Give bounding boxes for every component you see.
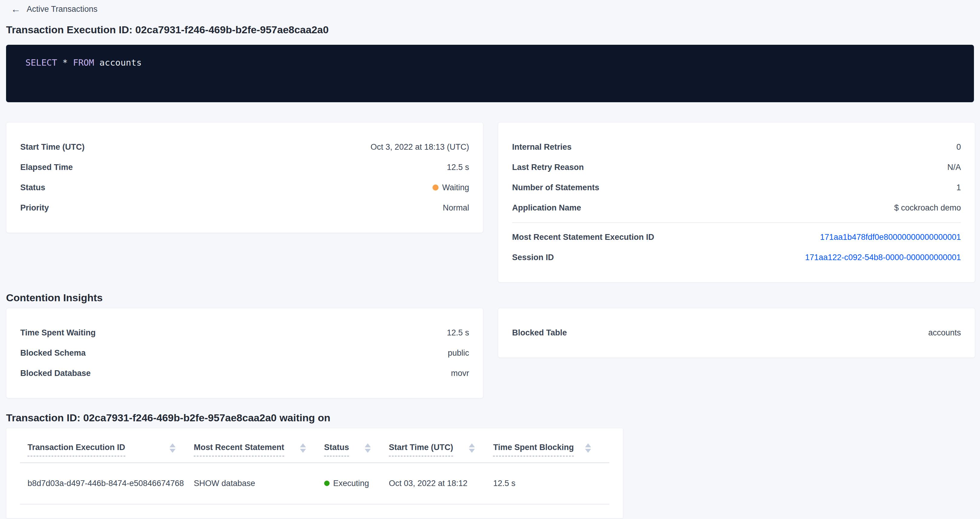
start-time-value: Oct 3, 2022 at 18:13 (UTC) — [371, 143, 469, 152]
time-spent-waiting-row: Time Spent Waiting 12.5 s — [20, 323, 469, 343]
sql-keyword: SELECT — [25, 57, 57, 68]
sql-table-name: accounts — [99, 57, 142, 68]
last-retry-reason-label: Last Retry Reason — [512, 163, 584, 172]
sort-icon[interactable] — [170, 443, 175, 453]
elapsed-time-value: 12.5 s — [447, 163, 469, 172]
sort-ascending-icon — [469, 443, 475, 447]
column-header-most-recent-statement[interactable]: Most Recent Statement — [194, 443, 324, 463]
sort-ascending-icon — [365, 443, 371, 447]
start-time-row: Start Time (UTC) Oct 3, 2022 at 18:13 (U… — [20, 137, 469, 157]
sql-statement: SELECT * FROM accounts — [25, 57, 955, 68]
blocked-table-value: accounts — [928, 328, 961, 338]
status-text: Waiting — [442, 183, 469, 192]
status-row: Status Waiting — [20, 178, 469, 198]
priority-value: Normal — [443, 203, 469, 213]
time-spent-waiting-label: Time Spent Waiting — [20, 328, 95, 338]
column-header-transaction-execution-id[interactable]: Transaction Execution ID — [20, 443, 194, 463]
sort-icon[interactable] — [469, 443, 475, 453]
statement-execution-id-label: Most Recent Statement Execution ID — [512, 233, 654, 242]
contention-card-left: Time Spent Waiting 12.5 s Blocked Schema… — [6, 308, 483, 398]
sort-descending-icon — [300, 449, 306, 453]
summary-cards-row: Start Time (UTC) Oct 3, 2022 at 18:13 (U… — [6, 122, 974, 283]
sort-ascending-icon — [585, 443, 591, 447]
column-header-status[interactable]: Status — [324, 443, 389, 463]
blocked-table-row: Blocked Table accounts — [512, 323, 961, 343]
cell-transaction-execution-id: b8d7d03a-d497-446b-8474-e50846674768 — [20, 463, 194, 504]
waiting-status-dot-icon — [433, 184, 439, 190]
sql-statement-box: SELECT * FROM accounts — [6, 45, 974, 102]
blocked-schema-label: Blocked Schema — [20, 348, 86, 358]
table-header-row: Transaction Execution ID Most Recent Sta… — [20, 443, 609, 463]
cell-most-recent-statement: SHOW database — [194, 463, 324, 504]
elapsed-time-row: Elapsed Time 12.5 s — [20, 157, 469, 178]
column-label: Status — [324, 443, 349, 456]
start-time-label: Start Time (UTC) — [20, 143, 85, 152]
sort-descending-icon — [170, 449, 175, 453]
number-of-statements-row: Number of Statements 1 — [512, 178, 961, 198]
priority-row: Priority Normal — [20, 198, 469, 218]
blocked-schema-value: public — [448, 348, 469, 358]
last-retry-reason-row: Last Retry Reason N/A — [512, 157, 961, 178]
sort-icon[interactable] — [365, 443, 371, 453]
column-label: Time Spent Blocking — [493, 443, 574, 456]
internal-retries-label: Internal Retries — [512, 143, 572, 152]
sql-keyword: FROM — [73, 57, 94, 68]
priority-label: Priority — [20, 203, 49, 213]
blocked-database-row: Blocked Database movr — [20, 363, 469, 384]
sort-ascending-icon — [300, 443, 306, 447]
number-of-statements-value: 1 — [956, 183, 961, 192]
cell-time-spent-blocking: 12.5 s — [493, 463, 609, 504]
column-header-start-time[interactable]: Start Time (UTC) — [389, 443, 493, 463]
sort-descending-icon — [469, 449, 475, 453]
waiting-transactions-table-card: Transaction Execution ID Most Recent Sta… — [6, 428, 623, 518]
breadcrumb-label: Active Transactions — [27, 5, 97, 14]
contention-insights-heading: Contention Insights — [6, 292, 974, 304]
sort-icon[interactable] — [585, 443, 591, 453]
elapsed-time-label: Elapsed Time — [20, 163, 73, 172]
session-id-row: Session ID 171aa122-c092-54b8-0000-00000… — [512, 248, 961, 268]
blocked-database-label: Blocked Database — [20, 369, 91, 378]
back-arrow-icon: ← — [11, 4, 21, 14]
summary-card-left: Start Time (UTC) Oct 3, 2022 at 18:13 (U… — [6, 122, 483, 233]
last-retry-reason-value: N/A — [947, 163, 961, 172]
summary-card-right: Internal Retries 0 Last Retry Reason N/A… — [498, 122, 975, 283]
session-id-label: Session ID — [512, 253, 554, 262]
waiting-transactions-table: Transaction Execution ID Most Recent Sta… — [20, 443, 609, 505]
cell-status: Executing — [324, 463, 389, 504]
table-row: b8d7d03a-d497-446b-8474-e50846674768 SHO… — [20, 463, 609, 504]
internal-retries-row: Internal Retries 0 — [512, 137, 961, 157]
application-name-value: $ cockroach demo — [894, 203, 961, 213]
card-divider — [512, 222, 961, 223]
cell-start-time: Oct 03, 2022 at 18:12 — [389, 463, 493, 504]
sort-icon[interactable] — [300, 443, 306, 453]
internal-retries-value: 0 — [956, 143, 961, 152]
transaction-details-page: ← Active Transactions Transaction Execut… — [0, 0, 980, 519]
column-label: Most Recent Statement — [194, 443, 284, 456]
waiting-on-heading: Transaction ID: 02ca7931-f246-469b-b2fe-… — [6, 412, 974, 424]
session-id-link[interactable]: 171aa122-c092-54b8-0000-000000000001 — [805, 253, 961, 262]
status-value: Waiting — [433, 183, 469, 192]
sort-ascending-icon — [170, 443, 175, 447]
contention-card-right: Blocked Table accounts — [498, 308, 975, 358]
breadcrumb-back-active-transactions[interactable]: ← Active Transactions — [11, 4, 97, 14]
page-title: Transaction Execution ID: 02ca7931-f246-… — [6, 24, 974, 36]
column-header-time-spent-blocking[interactable]: Time Spent Blocking — [493, 443, 609, 463]
contention-cards-row: Time Spent Waiting 12.5 s Blocked Schema… — [6, 308, 974, 398]
sort-descending-icon — [585, 449, 591, 453]
number-of-statements-label: Number of Statements — [512, 183, 599, 192]
blocked-schema-row: Blocked Schema public — [20, 343, 469, 363]
status-text: Executing — [333, 479, 369, 488]
blocked-database-value: movr — [451, 369, 469, 378]
status-label: Status — [20, 183, 45, 192]
application-name-label: Application Name — [512, 203, 581, 213]
executing-status-dot-icon — [324, 481, 329, 486]
time-spent-waiting-value: 12.5 s — [447, 328, 469, 338]
statement-execution-id-row: Most Recent Statement Execution ID 171aa… — [512, 227, 961, 248]
sort-descending-icon — [365, 449, 371, 453]
blocked-table-label: Blocked Table — [512, 328, 567, 338]
application-name-row: Application Name $ cockroach demo — [512, 198, 961, 218]
column-label: Start Time (UTC) — [389, 443, 453, 456]
statement-execution-id-link[interactable]: 171aa1b478fdf0e80000000000000001 — [820, 233, 961, 242]
sql-operator: * — [62, 57, 67, 68]
column-label: Transaction Execution ID — [27, 443, 125, 456]
